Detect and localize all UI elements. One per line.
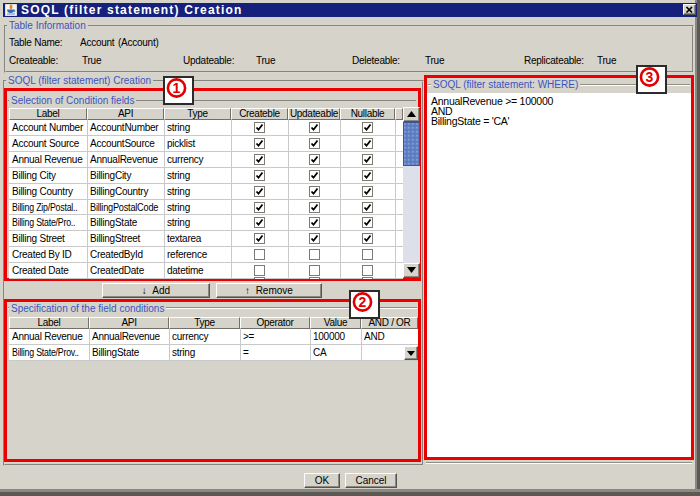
svg-text:3: 3: [646, 69, 654, 85]
svg-text:2: 2: [359, 294, 367, 310]
svg-text:1: 1: [173, 80, 181, 96]
